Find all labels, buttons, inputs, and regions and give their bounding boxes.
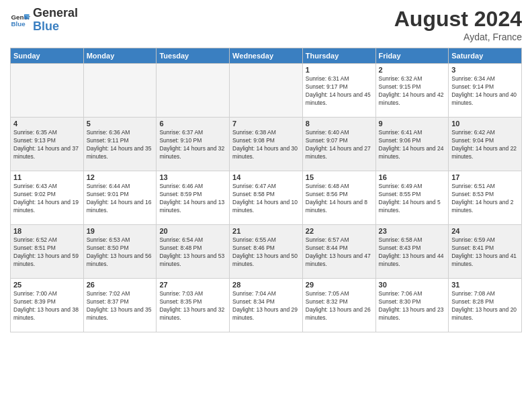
calendar-header-row: SundayMondayTuesdayWednesdayThursdayFrid…	[11, 48, 522, 64]
calendar-day-cell	[83, 64, 157, 118]
calendar-week-row: 11Sunrise: 6:43 AMSunset: 9:02 PMDayligh…	[11, 171, 522, 225]
day-number: 26	[87, 281, 154, 289]
day-number: 4	[13, 120, 81, 128]
weekday-header: Monday	[83, 48, 157, 64]
day-number: 11	[13, 173, 81, 181]
calendar-day-cell: 9Sunrise: 6:41 AMSunset: 9:06 PMDaylight…	[375, 118, 449, 171]
day-number: 10	[451, 120, 519, 128]
calendar-day-cell: 25Sunrise: 7:00 AMSunset: 8:39 PMDayligh…	[11, 279, 84, 332]
day-info: Sunrise: 6:43 AMSunset: 9:02 PMDaylight:…	[13, 183, 81, 215]
calendar-day-cell: 11Sunrise: 6:43 AMSunset: 9:02 PMDayligh…	[11, 171, 84, 225]
day-number: 18	[13, 227, 81, 235]
calendar-day-cell: 10Sunrise: 6:42 AMSunset: 9:04 PMDayligh…	[449, 118, 522, 171]
day-number: 28	[232, 281, 300, 289]
day-number: 24	[451, 227, 519, 235]
calendar-day-cell	[157, 64, 230, 118]
calendar-day-cell: 15Sunrise: 6:48 AMSunset: 8:56 PMDayligh…	[302, 171, 375, 225]
calendar-day-cell	[230, 64, 303, 118]
location-title: Aydat, France	[394, 32, 522, 42]
calendar-day-cell	[11, 64, 84, 118]
day-info: Sunrise: 7:04 AMSunset: 8:34 PMDaylight:…	[232, 290, 300, 322]
calendar-day-cell: 3Sunrise: 6:34 AMSunset: 9:14 PMDaylight…	[449, 64, 522, 118]
calendar-day-cell: 17Sunrise: 6:51 AMSunset: 8:53 PMDayligh…	[449, 171, 522, 225]
day-number: 17	[451, 173, 519, 181]
day-info: Sunrise: 7:06 AMSunset: 8:30 PMDaylight:…	[379, 290, 446, 322]
calendar-day-cell: 27Sunrise: 7:03 AMSunset: 8:35 PMDayligh…	[157, 279, 230, 332]
page-header: General Blue General Blue August 2024 Ay…	[10, 7, 522, 42]
day-number: 22	[306, 227, 373, 235]
calendar-day-cell: 16Sunrise: 6:49 AMSunset: 8:55 PMDayligh…	[375, 171, 449, 225]
calendar-day-cell: 4Sunrise: 6:35 AMSunset: 9:13 PMDaylight…	[11, 118, 84, 171]
calendar-day-cell: 28Sunrise: 7:04 AMSunset: 8:34 PMDayligh…	[230, 279, 303, 332]
calendar-table: SundayMondayTuesdayWednesdayThursdayFrid…	[10, 48, 522, 332]
day-info: Sunrise: 6:58 AMSunset: 8:43 PMDaylight:…	[379, 236, 446, 269]
day-number: 25	[13, 281, 81, 289]
day-number: 6	[159, 120, 226, 128]
calendar-day-cell: 2Sunrise: 6:32 AMSunset: 9:15 PMDaylight…	[375, 64, 449, 118]
day-info: Sunrise: 6:52 AMSunset: 8:51 PMDaylight:…	[13, 236, 81, 269]
calendar-day-cell: 19Sunrise: 6:53 AMSunset: 8:50 PMDayligh…	[83, 225, 157, 279]
calendar-day-cell: 20Sunrise: 6:54 AMSunset: 8:48 PMDayligh…	[157, 225, 230, 279]
calendar-day-cell: 1Sunrise: 6:31 AMSunset: 9:17 PMDaylight…	[302, 64, 375, 118]
day-info: Sunrise: 6:49 AMSunset: 8:55 PMDaylight:…	[379, 183, 446, 215]
calendar-day-cell: 13Sunrise: 6:46 AMSunset: 8:59 PMDayligh…	[157, 171, 230, 225]
calendar-week-row: 18Sunrise: 6:52 AMSunset: 8:51 PMDayligh…	[11, 225, 522, 279]
day-info: Sunrise: 6:32 AMSunset: 9:15 PMDaylight:…	[379, 75, 446, 107]
day-info: Sunrise: 6:37 AMSunset: 9:10 PMDaylight:…	[159, 129, 226, 161]
day-number: 3	[451, 66, 519, 74]
day-number: 20	[159, 227, 226, 235]
day-number: 7	[232, 120, 300, 128]
calendar-day-cell: 24Sunrise: 6:59 AMSunset: 8:41 PMDayligh…	[449, 225, 522, 279]
day-info: Sunrise: 6:41 AMSunset: 9:06 PMDaylight:…	[379, 129, 446, 161]
day-info: Sunrise: 6:42 AMSunset: 9:04 PMDaylight:…	[451, 129, 519, 161]
month-title: August 2024	[394, 7, 522, 32]
day-number: 29	[306, 281, 373, 289]
logo-text: General Blue	[33, 7, 78, 34]
weekday-header: Wednesday	[230, 48, 303, 64]
weekday-header: Friday	[375, 48, 449, 64]
weekday-header: Tuesday	[157, 48, 230, 64]
day-info: Sunrise: 6:54 AMSunset: 8:48 PMDaylight:…	[159, 236, 226, 269]
calendar-day-cell: 23Sunrise: 6:58 AMSunset: 8:43 PMDayligh…	[375, 225, 449, 279]
day-info: Sunrise: 6:57 AMSunset: 8:44 PMDaylight:…	[306, 236, 373, 269]
calendar-day-cell: 5Sunrise: 6:36 AMSunset: 9:11 PMDaylight…	[83, 118, 157, 171]
calendar-day-cell: 31Sunrise: 7:08 AMSunset: 8:28 PMDayligh…	[449, 279, 522, 332]
day-number: 21	[232, 227, 300, 235]
day-number: 8	[306, 120, 373, 128]
day-info: Sunrise: 7:00 AMSunset: 8:39 PMDaylight:…	[13, 290, 81, 322]
calendar-day-cell: 30Sunrise: 7:06 AMSunset: 8:30 PMDayligh…	[375, 279, 449, 332]
calendar-day-cell: 21Sunrise: 6:55 AMSunset: 8:46 PMDayligh…	[230, 225, 303, 279]
day-info: Sunrise: 6:46 AMSunset: 8:59 PMDaylight:…	[159, 183, 226, 215]
day-number: 5	[87, 120, 154, 128]
day-info: Sunrise: 6:31 AMSunset: 9:17 PMDaylight:…	[306, 75, 373, 107]
calendar-day-cell: 12Sunrise: 6:44 AMSunset: 9:01 PMDayligh…	[83, 171, 157, 225]
day-info: Sunrise: 6:55 AMSunset: 8:46 PMDaylight:…	[232, 236, 300, 269]
day-number: 23	[379, 227, 446, 235]
day-info: Sunrise: 6:51 AMSunset: 8:53 PMDaylight:…	[451, 183, 519, 215]
calendar-day-cell: 14Sunrise: 6:47 AMSunset: 8:58 PMDayligh…	[230, 171, 303, 225]
calendar-day-cell: 26Sunrise: 7:02 AMSunset: 8:37 PMDayligh…	[83, 279, 157, 332]
calendar-day-cell: 8Sunrise: 6:40 AMSunset: 9:07 PMDaylight…	[302, 118, 375, 171]
logo: General Blue General Blue	[10, 7, 78, 34]
day-info: Sunrise: 6:36 AMSunset: 9:11 PMDaylight:…	[87, 129, 154, 161]
day-number: 16	[379, 173, 446, 181]
calendar-day-cell: 18Sunrise: 6:52 AMSunset: 8:51 PMDayligh…	[11, 225, 84, 279]
day-number: 2	[379, 66, 446, 74]
svg-text:Blue: Blue	[11, 20, 26, 28]
day-info: Sunrise: 6:47 AMSunset: 8:58 PMDaylight:…	[232, 183, 300, 215]
day-number: 30	[379, 281, 446, 289]
calendar-day-cell: 22Sunrise: 6:57 AMSunset: 8:44 PMDayligh…	[302, 225, 375, 279]
day-number: 14	[232, 173, 300, 181]
day-info: Sunrise: 6:59 AMSunset: 8:41 PMDaylight:…	[451, 236, 519, 269]
day-number: 27	[159, 281, 226, 289]
day-number: 1	[306, 66, 373, 74]
day-info: Sunrise: 6:40 AMSunset: 9:07 PMDaylight:…	[306, 129, 373, 161]
calendar-day-cell: 6Sunrise: 6:37 AMSunset: 9:10 PMDaylight…	[157, 118, 230, 171]
weekday-header: Sunday	[11, 48, 84, 64]
weekday-header: Thursday	[302, 48, 375, 64]
day-info: Sunrise: 6:48 AMSunset: 8:56 PMDaylight:…	[306, 183, 373, 215]
day-number: 13	[159, 173, 226, 181]
calendar-day-cell: 29Sunrise: 7:05 AMSunset: 8:32 PMDayligh…	[302, 279, 375, 332]
day-info: Sunrise: 6:44 AMSunset: 9:01 PMDaylight:…	[87, 183, 154, 215]
calendar-week-row: 4Sunrise: 6:35 AMSunset: 9:13 PMDaylight…	[11, 118, 522, 171]
